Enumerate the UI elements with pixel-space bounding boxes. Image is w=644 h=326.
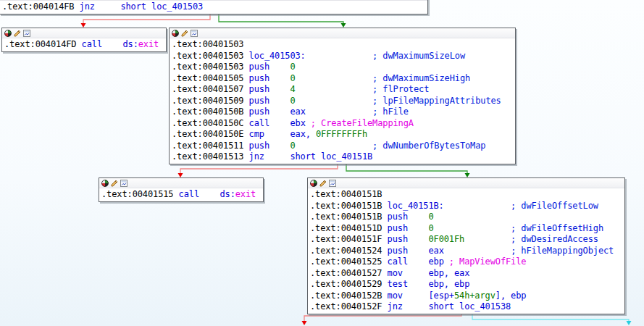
node-color-ball-icon[interactable]	[4, 30, 12, 37]
node-edit-icon[interactable]	[181, 30, 188, 37]
node-edit-icon[interactable]	[111, 180, 118, 187]
asm-line[interactable]: .text:00401503 push 0	[172, 62, 513, 73]
asm-line[interactable]: .text:0040151B	[310, 189, 622, 201]
node-color-ball-icon[interactable]	[310, 180, 317, 187]
block-titlebar[interactable]	[170, 28, 515, 38]
block-titlebar[interactable]	[99, 178, 263, 188]
block-body: .text:004014FD call ds:exit	[2, 38, 166, 51]
asm-line[interactable]: .text:0040151F push 0F001Fh ; dwDesiredA…	[310, 234, 622, 246]
block-body: .text:00401515 call ds:exit	[99, 188, 263, 201]
block-titlebar[interactable]	[2, 28, 166, 38]
node-edit-icon[interactable]	[14, 30, 21, 37]
node-chart-icon[interactable]	[120, 180, 127, 187]
block-body: .text:0040151B.text:0040151B loc_40151B:…	[308, 188, 624, 314]
asm-line[interactable]: .text:00401503 loc_401503: ; dwMaximumSi…	[172, 51, 513, 62]
node-color-ball-icon[interactable]	[172, 30, 179, 37]
asm-line[interactable]: .text:00401503	[172, 39, 513, 51]
asm-line[interactable]: .text:0040150B push eax ; hFile	[172, 106, 513, 118]
edge-40152F-false	[302, 313, 462, 325]
basic-block-00401503[interactable]: .text:00401503.text:00401503 loc_401503:…	[169, 28, 516, 164]
edge-4014FB-true	[219, 14, 346, 28]
block-body: .text:00401503.text:00401503 loc_401503:…	[170, 38, 515, 164]
block-titlebar[interactable]	[308, 178, 624, 188]
edge-40152F-true	[472, 313, 632, 325]
asm-line[interactable]: .text:0040151B loc_40151B: ; dwFileOffse…	[310, 201, 622, 212]
asm-line[interactable]: .text:00401507 push 4 ; flProtect	[172, 84, 513, 96]
asm-line[interactable]: .text:00401511 push 0 ; dwNumberOfBytesT…	[172, 141, 513, 152]
asm-line[interactable]: .text:0040151D push 0 ; dwFileOffsetHigh	[310, 223, 622, 235]
basic-block-004014FD[interactable]: .text:004014FD call ds:exit	[1, 28, 167, 52]
asm-line[interactable]: .text:0040150E cmp eax, 0FFFFFFFFh	[172, 129, 513, 141]
node-chart-icon[interactable]	[23, 30, 30, 37]
asm-line[interactable]: .text:004014FB jnz short loc_401503	[2, 1, 425, 13]
asm-line[interactable]: .text:00401525 call ebp ; MapViewOfFile	[310, 256, 622, 268]
asm-line[interactable]: .text:00401505 push 0 ; dwMaximumSizeHig…	[172, 73, 513, 85]
edge-401513-true	[346, 164, 470, 177]
asm-line[interactable]: .text:00401513 jnz short loc_40151B	[172, 151, 513, 163]
node-chart-icon[interactable]	[329, 180, 336, 187]
asm-line[interactable]: .text:00401524 push eax ; hFileMappingOb…	[310, 246, 622, 257]
asm-line[interactable]: .text:004014FD call ds:exit	[4, 39, 164, 51]
asm-line[interactable]: .text:0040151B push 0	[310, 212, 622, 223]
block-body: .text:004014FB jnz short loc_401503	[0, 1, 427, 14]
node-edit-icon[interactable]	[319, 180, 327, 187]
basic-block-00401515[interactable]: .text:00401515 call ds:exit	[99, 177, 264, 202]
asm-line[interactable]: .text:00401509 push 0 ; lpFileMappingAtt…	[172, 96, 513, 107]
asm-line[interactable]: .text:0040152F jnz short loc_401538	[310, 301, 622, 313]
node-chart-icon[interactable]	[191, 30, 198, 37]
asm-line[interactable]: .text:00401527 mov ebp, eax	[310, 268, 622, 280]
edge-401513-false	[178, 164, 338, 177]
node-color-ball-icon[interactable]	[101, 180, 109, 187]
edge-4014FB-false	[81, 14, 211, 28]
asm-line[interactable]: .text:00401529 test ebp, ebp	[310, 279, 622, 291]
asm-line[interactable]: .text:0040150C call ebx ; CreateFileMapp…	[172, 118, 513, 130]
basic-block-004014FB[interactable]: .text:004014FB jnz short loc_401503	[0, 0, 428, 14]
asm-line[interactable]: .text:00401515 call ds:exit	[101, 189, 261, 201]
basic-block-0040151B[interactable]: .text:0040151B.text:0040151B loc_40151B:…	[307, 177, 625, 314]
asm-line[interactable]: .text:0040152B mov [esp+54h+argv], ebp	[310, 291, 622, 302]
